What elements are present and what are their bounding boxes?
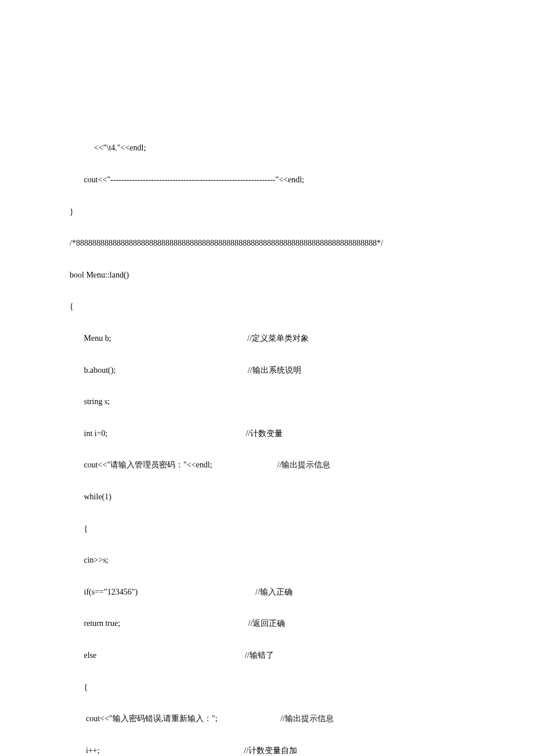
code-line: i++; //计数变量自加 <box>70 743 534 756</box>
code-line: /*88888888888888888888888888888888888888… <box>70 235 534 251</box>
code-line: while(1) <box>70 489 534 505</box>
code-line: <<"\t4."<<endl; <box>70 140 534 156</box>
code-line: { <box>70 521 534 537</box>
code-line: { <box>70 679 534 695</box>
code-line: return true; //返回正确 <box>70 615 534 631</box>
code-line: cout<<"输入密码错误,请重新输入："; //输出提示信息 <box>70 711 534 726</box>
code-line: string s; <box>70 394 534 409</box>
code-line: { <box>70 298 534 314</box>
code-line: cin>>s; <box>70 552 534 568</box>
code-line: b.about(); //输出系统说明 <box>70 362 534 378</box>
code-line: int i=0; //计数变量 <box>70 426 534 441</box>
code-line: else //输错了 <box>70 647 534 663</box>
code-line: cout<<"---------------------------------… <box>70 172 534 188</box>
code-line: bool Menu::land() <box>70 267 534 283</box>
code-line: Menu b; //定义菜单类对象 <box>70 330 534 346</box>
code-line: cout<<"请输入管理员密码："<<endl; //输出提示信息 <box>70 457 534 473</box>
code-line: } <box>70 204 534 219</box>
code-block: <<"\t4."<<endl; cout<<"-----------------… <box>70 124 534 756</box>
code-line: if(s=="123456") //输入正确 <box>70 584 534 600</box>
